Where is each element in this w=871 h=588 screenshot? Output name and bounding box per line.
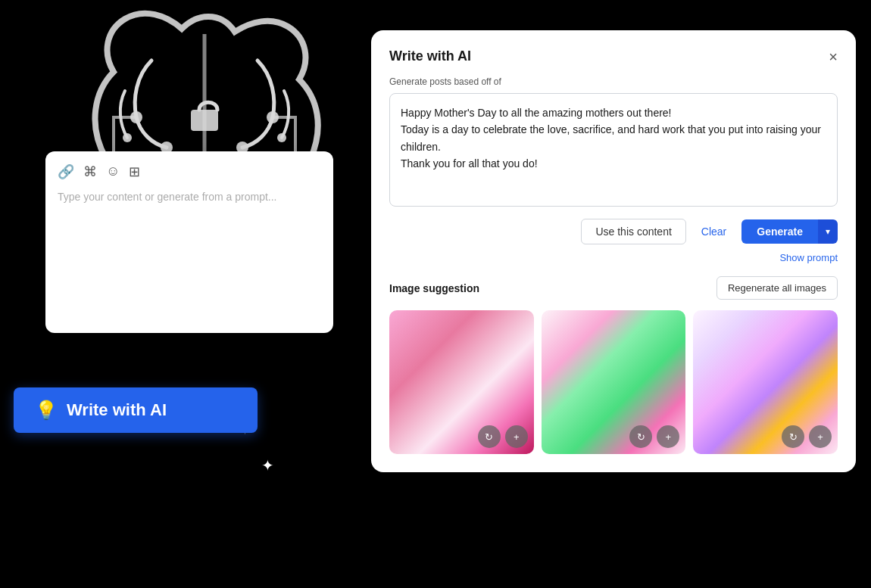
content-textarea[interactable]: Happy Mother's Day to all the amazing mo… bbox=[389, 93, 838, 207]
clear-button[interactable]: Clear bbox=[694, 219, 734, 244]
write-ai-button[interactable]: 💡 Write with AI bbox=[14, 387, 258, 433]
image-2-add-button[interactable]: + bbox=[657, 425, 679, 448]
sparkle-small: ✦ bbox=[261, 456, 274, 474]
grid-icon[interactable]: ⊞ bbox=[129, 163, 140, 180]
bulb-icon: 💡 bbox=[35, 400, 58, 421]
svg-rect-6 bbox=[191, 110, 218, 131]
emoji-icon[interactable]: ☺ bbox=[106, 163, 120, 180]
image-section-header: Image suggestion Regenerate all images bbox=[389, 276, 838, 300]
image-suggestion-label: Image suggestion bbox=[389, 282, 479, 294]
svg-point-5 bbox=[277, 133, 286, 142]
editor-panel: 🔗 ⌘ ☺ ⊞ Type your content or generate fr… bbox=[45, 151, 333, 333]
image-1-overlay: ↻ + bbox=[478, 425, 528, 448]
generate-dropdown-button[interactable]: ▾ bbox=[818, 219, 838, 244]
use-content-button[interactable]: Use this content bbox=[581, 219, 685, 244]
editor-toolbar: 🔗 ⌘ ☺ ⊞ bbox=[58, 163, 321, 180]
generate-button-group: Generate ▾ bbox=[741, 219, 838, 244]
dialog-close-button[interactable]: × bbox=[829, 49, 838, 64]
image-thumb-3: ↻ + bbox=[693, 310, 838, 454]
generate-button[interactable]: Generate bbox=[741, 219, 818, 244]
dialog-header: Write with AI × bbox=[389, 48, 838, 64]
image-thumb-2: ↻ + bbox=[542, 310, 686, 454]
link-icon[interactable]: 🔗 bbox=[58, 163, 74, 180]
image-grid: ↻ + ↻ + ↻ + bbox=[389, 310, 838, 454]
rss-icon[interactable]: ⌘ bbox=[83, 163, 97, 180]
svg-point-2 bbox=[123, 133, 132, 142]
show-prompt-container: Show prompt bbox=[389, 250, 838, 264]
action-row: Use this content Clear Generate ▾ bbox=[389, 219, 838, 244]
image-thumb-1: ↻ + bbox=[389, 310, 534, 454]
editor-placeholder: Type your content or generate from a pro… bbox=[58, 191, 321, 203]
image-3-overlay: ↻ + bbox=[782, 425, 832, 448]
dialog-title: Write with AI bbox=[389, 48, 471, 64]
image-2-overlay: ↻ + bbox=[629, 425, 679, 448]
image-2-regenerate-button[interactable]: ↻ bbox=[629, 425, 652, 448]
image-3-add-button[interactable]: + bbox=[809, 425, 832, 448]
regenerate-all-button[interactable]: Regenerate all images bbox=[716, 276, 838, 300]
image-1-add-button[interactable]: + bbox=[505, 425, 528, 448]
image-3-regenerate-button[interactable]: ↻ bbox=[782, 425, 804, 448]
show-prompt-link[interactable]: Show prompt bbox=[779, 252, 838, 263]
write-ai-label: Write with AI bbox=[67, 400, 167, 420]
generate-label: Generate posts based off of bbox=[389, 76, 838, 87]
ai-dialog: Write with AI × Generate posts based off… bbox=[371, 30, 856, 472]
image-1-regenerate-button[interactable]: ↻ bbox=[478, 425, 501, 448]
